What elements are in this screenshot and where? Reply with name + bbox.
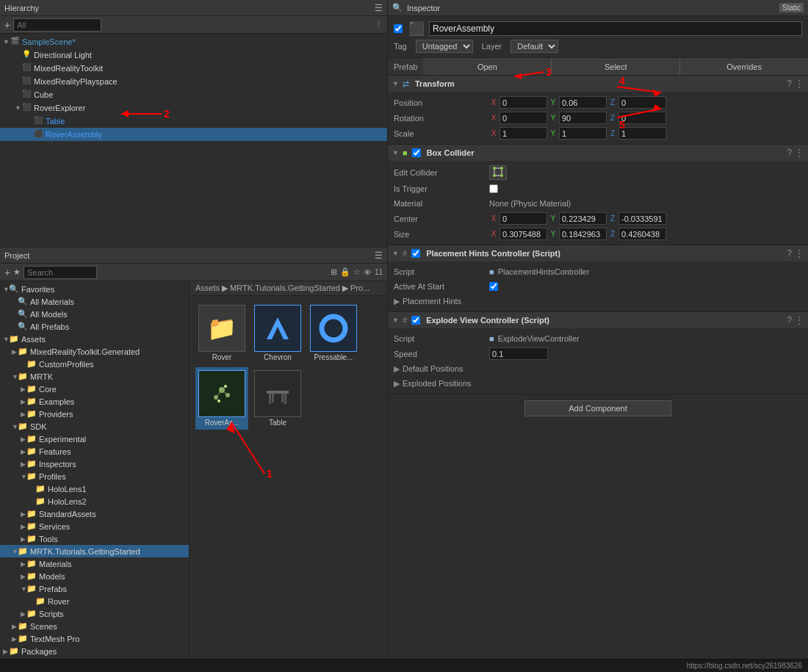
file-tree-scenes[interactable]: ▶ 📁 Scenes (0, 620, 189, 632)
position-x-input[interactable] (499, 96, 547, 109)
edit-collider-btn[interactable] (489, 165, 507, 180)
placement-hints-expand[interactable]: ▶ (394, 297, 400, 306)
size-y-input[interactable] (559, 228, 607, 240)
columns-icon[interactable]: ⊞ (331, 267, 337, 277)
placement-hints-header[interactable]: ▼ # Placement Hints Controller (Script) … (388, 245, 808, 261)
hierarchy-more-icon[interactable]: ⋮ (375, 20, 383, 29)
asset-item-rover[interactable]: 📁 Rover (195, 302, 248, 364)
asset-item-table[interactable]: Table (251, 367, 304, 430)
scale-y-input[interactable] (559, 127, 607, 140)
hierarchy-item-directionallight[interactable]: 💡 Directional Light (0, 48, 387, 62)
file-tree-scripts[interactable]: ▶ 📁 Scripts (0, 607, 189, 620)
file-tree-sdk[interactable]: ▼ 📁 SDK (0, 420, 189, 433)
file-tree-profiles[interactable]: ▼ 📁 Profiles (0, 470, 189, 483)
file-tree-services[interactable]: ▶ 📁 Services (0, 520, 189, 532)
box-collider-menu-icon[interactable]: ⋮ (795, 148, 804, 158)
file-tree-materials[interactable]: ▶ 📁 Materials (0, 557, 189, 570)
center-x-input[interactable] (499, 212, 547, 225)
active-at-start-checkbox[interactable] (489, 282, 498, 291)
hierarchy-search-input[interactable] (13, 18, 101, 32)
file-tree-all-materials[interactable]: 🔍 All Materials (0, 295, 189, 308)
transform-help-icon[interactable]: ? (787, 79, 792, 89)
hierarchy-item-roverexplorer[interactable]: ▼ ⬛ RoverExplorer (0, 101, 387, 115)
position-z-input[interactable] (618, 96, 666, 109)
file-tree-experimental[interactable]: ▶ 📁 Experimental (0, 433, 189, 445)
box-collider-enable[interactable]: ■ (403, 148, 408, 157)
placement-hints-help-icon[interactable]: ? (787, 248, 792, 259)
explode-view-help-icon[interactable]: ? (787, 315, 792, 325)
eye-icon[interactable]: 👁 (364, 268, 372, 277)
file-tree-mrtk-tutorials[interactable]: ▼ 📁 MRTK.Tutorials.GettingStarted (0, 545, 189, 557)
file-tree-examples[interactable]: ▶ 📁 Examples (0, 395, 189, 408)
explode-view-checkbox[interactable] (411, 316, 420, 325)
file-tree-rover[interactable]: 📁 Rover (0, 595, 189, 607)
rotation-y-input[interactable] (559, 112, 607, 124)
hierarchy-item-mrplayspace[interactable]: ⬛ MixedRealityPlayspace (0, 75, 387, 88)
prefab-select-btn[interactable]: Select (552, 58, 680, 75)
speed-input[interactable] (489, 347, 548, 360)
project-search-input[interactable] (24, 266, 97, 279)
layer-dropdown[interactable]: Default (511, 40, 558, 53)
transform-menu-icon[interactable]: ⋮ (795, 79, 804, 89)
file-tree-packages[interactable]: ▶ 📁 Packages (0, 645, 189, 657)
file-tree-models[interactable]: ▶ 📁 Models (0, 570, 189, 582)
rotation-z-input[interactable] (618, 112, 666, 124)
position-y-input[interactable] (559, 96, 607, 109)
size-z-input[interactable] (618, 228, 666, 240)
asset-item-pressable[interactable]: Pressable... (307, 302, 360, 364)
star-icon[interactable]: ★ (13, 267, 21, 277)
box-collider-help-icon[interactable]: ? (787, 148, 792, 158)
go-name-input[interactable] (429, 21, 802, 36)
file-tree-textmesh-pro[interactable]: ▶ 📁 TextMesh Pro (0, 632, 189, 645)
exploded-positions-expand[interactable]: ▶ (394, 379, 400, 389)
box-collider-header[interactable]: ▼ ■ Box Collider ? ⋮ (388, 145, 808, 161)
center-z-input[interactable] (618, 212, 666, 225)
center-y-input[interactable] (559, 212, 607, 225)
file-tree-all-prefabs[interactable]: 🔍 All Prefabs (0, 320, 189, 333)
hierarchy-item-table[interactable]: ⬛ Table (0, 115, 387, 128)
asset-item-chevron[interactable]: Chevron (251, 302, 304, 364)
scale-z-input[interactable] (618, 127, 666, 140)
file-tree-mrtk[interactable]: ▼ 📁 MRTK (0, 370, 189, 383)
file-tree-mrtk-generated[interactable]: ▶ 📁 MixedRealityToolkit.Generated (0, 345, 189, 358)
placement-hints-checkbox[interactable] (411, 249, 420, 258)
file-tree-features[interactable]: ▶ 📁 Features (0, 445, 189, 458)
file-tree-all-models[interactable]: 🔍 All Models (0, 308, 189, 320)
hierarchy-item-cube[interactable]: ⬛ Cube (0, 88, 387, 101)
hierarchy-item-roverassembly[interactable]: ⬛ RoverAssembly (0, 128, 387, 141)
transform-header[interactable]: ▼ ⇄ Transform ? ⋮ (388, 76, 808, 92)
file-tree-inspectors[interactable]: ▶ 📁 Inspectors (0, 458, 189, 470)
prefab-open-btn[interactable]: Open (423, 58, 552, 75)
lock-icon[interactable]: 🔒 (340, 267, 350, 277)
add-hierarchy-icon[interactable]: + (4, 19, 10, 31)
file-tree-standardassets[interactable]: ▶ 📁 StandardAssets (0, 507, 189, 520)
box-collider-checkbox[interactable] (412, 148, 421, 157)
explode-view-menu-icon[interactable]: ⋮ (795, 315, 804, 325)
file-tree-customprofiles[interactable]: 📁 CustomProfiles (0, 358, 189, 370)
hierarchy-item-mrtoolkit[interactable]: ⬛ MixedRealityToolkit (0, 62, 387, 75)
file-tree-tools[interactable]: ▶ 📁 Tools (0, 532, 189, 545)
go-active-checkbox[interactable] (394, 24, 403, 33)
add-project-icon[interactable]: + (4, 267, 10, 278)
hierarchy-menu-icon[interactable]: ☰ (375, 3, 383, 13)
hierarchy-item-samplescene[interactable]: ▼ 🎬 SampleScene* (0, 35, 387, 48)
size-x-input[interactable] (499, 228, 547, 240)
rotation-x-input[interactable] (499, 112, 547, 124)
fav-icon[interactable]: ☆ (353, 267, 361, 277)
file-tree-prefabs[interactable]: ▼ 📁 Prefabs (0, 582, 189, 595)
file-tree-assets[interactable]: ▼ 📁 Assets (0, 333, 189, 345)
scale-x-input[interactable] (499, 127, 547, 140)
add-component-btn[interactable]: Add Component (524, 400, 671, 416)
project-menu-icon[interactable]: ☰ (375, 250, 383, 261)
placement-hints-menu-icon[interactable]: ⋮ (795, 248, 804, 259)
explode-view-header[interactable]: ▼ # Explode View Controller (Script) ? ⋮ (388, 312, 808, 328)
file-tree-favorites[interactable]: ▼ 🔍 Favorites (0, 283, 189, 295)
prefab-overrides-btn[interactable]: Overrides (680, 58, 808, 75)
default-positions-expand[interactable]: ▶ (394, 364, 400, 374)
asset-item-roverassembly[interactable]: RoverAs... (195, 367, 248, 430)
file-tree-hololens1[interactable]: 📁 HoloLens1 (0, 483, 189, 495)
file-tree-providers[interactable]: ▶ 📁 Providers (0, 408, 189, 420)
tag-dropdown[interactable]: Untagged (416, 40, 473, 53)
is-trigger-checkbox[interactable] (489, 184, 498, 193)
file-tree-hololens2[interactable]: 📁 HoloLens2 (0, 495, 189, 507)
